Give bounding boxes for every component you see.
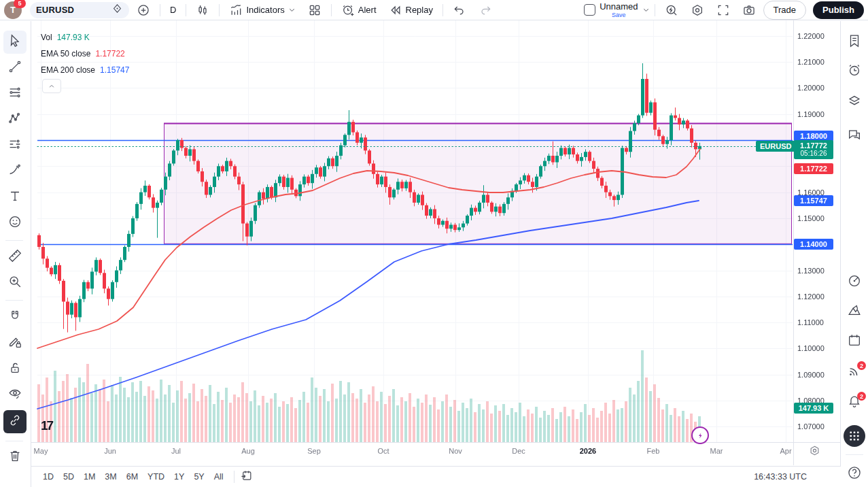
lock-drawings-tool-button[interactable]	[3, 358, 27, 381]
publish-label: Publish	[822, 5, 854, 15]
sidebar-item-chats[interactable]	[843, 124, 866, 148]
emoji-tool-button[interactable]	[3, 212, 27, 235]
range-button-all[interactable]: All	[209, 470, 228, 484]
ema50-legend-row[interactable]: EMA 50 close 1.17722	[41, 46, 129, 62]
ema200-legend-row[interactable]: EMA 200 close 1.15747	[41, 62, 129, 78]
range-button-3m[interactable]: 3M	[100, 470, 121, 484]
screenshot-button[interactable]	[737, 1, 761, 19]
ema50-value: 1.17722	[95, 46, 124, 62]
compare-add-symbol-button[interactable]	[132, 1, 155, 19]
search-lightning-icon	[665, 3, 678, 17]
zoom-in-tool-icon	[7, 274, 22, 292]
sidebar-divider	[846, 454, 863, 455]
sidebar-item-hotlists[interactable]	[843, 271, 866, 294]
symbol-search-button[interactable]: EURUSD	[30, 2, 129, 18]
replay-button[interactable]: Replay	[384, 1, 438, 19]
hide-drawings-tool-button[interactable]	[3, 384, 27, 407]
price-chart-canvas[interactable]	[31, 20, 841, 465]
price-axis-label: 1.12000	[797, 292, 839, 301]
boost-lightning-button[interactable]	[691, 426, 709, 444]
fib-lines-tool-button[interactable]	[3, 82, 27, 105]
cursor-tool-icon	[7, 33, 22, 51]
sidebar-item-watchlist[interactable]	[843, 31, 866, 54]
top-toolbar: T 5 EURUSD D Indica	[0, 0, 868, 20]
clock-utc[interactable]: 16:43:33 UTC	[754, 472, 807, 482]
trend-line-tool-icon	[7, 59, 22, 77]
forecast-tool-button[interactable]	[3, 134, 27, 157]
cursor-tool-button[interactable]	[3, 31, 27, 54]
rewind-icon	[389, 3, 402, 17]
sidebar-item-ideas[interactable]	[843, 300, 866, 323]
sync-drawings-tool-button[interactable]	[3, 410, 27, 433]
sidebar-item-apps-menu[interactable]	[843, 424, 866, 448]
tradingview-app: T 5 EURUSD D Indica	[0, 0, 868, 487]
range-button-1d[interactable]: 1D	[38, 470, 58, 484]
interval-label: D	[170, 5, 176, 15]
right-sidebar: 22	[840, 21, 868, 487]
ema50-label: EMA 50 close	[41, 46, 90, 62]
sidebar-item-calendar[interactable]	[843, 330, 866, 353]
remove-drawings-tool-button[interactable]	[3, 446, 27, 469]
calendar-icon	[847, 333, 862, 350]
save-layout-link[interactable]: Save	[612, 12, 626, 18]
sidebar-item-alerts[interactable]	[843, 60, 866, 83]
plus-circle-icon	[137, 3, 150, 17]
range-button-1m[interactable]: 1M	[79, 470, 100, 484]
zoom-in-tool-button[interactable]	[3, 271, 27, 295]
ema200-label: EMA 200 close	[41, 62, 95, 78]
xabcd-pattern-tool-button[interactable]	[3, 108, 27, 131]
measure-tool-button[interactable]	[3, 246, 27, 269]
trade-button[interactable]: Trade	[763, 1, 806, 20]
layout-manager-button[interactable]: Unnamed Save	[584, 2, 649, 18]
redo-button[interactable]	[474, 1, 497, 19]
help-icon	[847, 465, 862, 483]
chevron-down-icon	[288, 6, 296, 14]
fullscreen-button[interactable]	[712, 1, 735, 19]
publish-button[interactable]: Publish	[813, 1, 864, 19]
ema200-value: 1.15747	[100, 62, 129, 78]
magnet-tool-button[interactable]	[3, 306, 27, 329]
text-tool-button[interactable]	[3, 186, 27, 209]
range-button-ytd[interactable]: YTD	[143, 470, 169, 484]
trend-line-tool-button[interactable]	[3, 56, 27, 80]
tradingview-logo[interactable]: 17	[41, 418, 52, 433]
price-axis-settings-gear-icon[interactable]	[809, 445, 820, 459]
quick-search-button[interactable]	[660, 1, 683, 19]
interval-button[interactable]: D	[165, 1, 181, 19]
undo-button[interactable]	[448, 1, 471, 19]
symbol-detail-diamond-icon	[111, 3, 123, 17]
undo-icon	[453, 3, 466, 17]
user-avatar[interactable]: T 5	[4, 1, 22, 19]
indicator-templates-button[interactable]	[303, 1, 326, 19]
emoji-tool-icon	[7, 214, 22, 232]
alert-button[interactable]: Alert	[336, 1, 381, 19]
time-axis-label: Jun	[95, 447, 125, 455]
volume-legend-row[interactable]: Vol 147.93 K	[41, 29, 129, 46]
brush-tool-button[interactable]	[3, 160, 27, 183]
sidebar-item-notifications[interactable]: 2	[843, 391, 866, 414]
sidebar-item-streams[interactable]: 2	[843, 360, 866, 384]
time-axis-label: Jul	[161, 447, 191, 455]
indicators-button[interactable]: Indicators	[224, 1, 300, 19]
range-button-6m[interactable]: 6M	[122, 470, 143, 484]
time-axis-label: Apr	[771, 447, 801, 455]
brush-tool-icon	[7, 163, 22, 180]
sidebar-item-object-tree[interactable]	[843, 90, 866, 114]
chart-style-button[interactable]	[191, 1, 214, 19]
badge-count: 2	[857, 392, 866, 401]
time-axis-label: 2026	[573, 447, 603, 455]
range-button-5d[interactable]: 5D	[58, 470, 79, 484]
time-axis-label: Mar	[701, 447, 731, 455]
settings-button[interactable]	[686, 1, 709, 19]
legend-collapse-button[interactable]	[42, 79, 61, 93]
toolbar-divider	[5, 441, 23, 441]
drawing-mode-tool-button[interactable]	[3, 332, 27, 355]
go-to-date-button[interactable]	[240, 469, 253, 485]
sync-drawings-tool-icon	[7, 413, 22, 431]
range-button-1y[interactable]: 1Y	[169, 470, 189, 484]
sidebar-item-help[interactable]	[843, 463, 866, 486]
range-button-5y[interactable]: 5Y	[189, 470, 209, 484]
price-axis-label: 1.15000	[797, 214, 839, 222]
redo-icon	[479, 3, 492, 17]
forecast-tool-icon	[7, 137, 22, 154]
